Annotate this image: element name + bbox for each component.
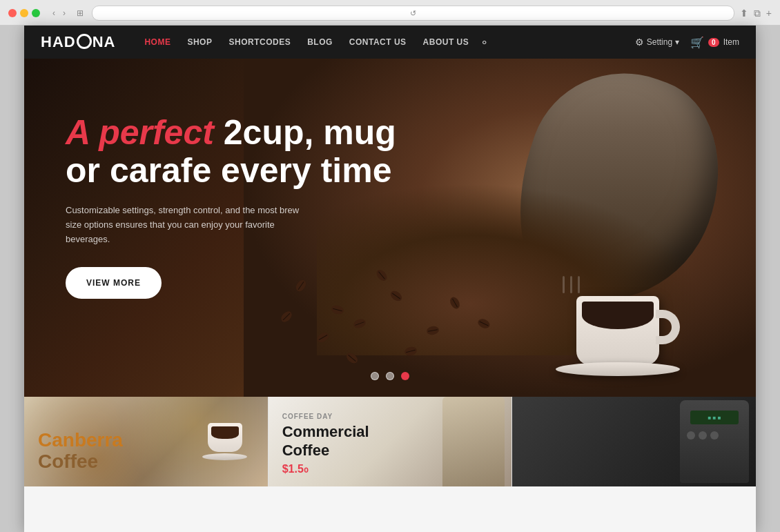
nav-item-blog[interactable]: BLOG	[299, 37, 341, 47]
address-bar[interactable]: ↺	[92, 6, 734, 21]
machine-btn-2	[699, 431, 707, 440]
traffic-lights	[8, 9, 40, 17]
card-2-subtitle: COFFEE DAY	[282, 413, 369, 420]
machine-buttons	[687, 431, 742, 440]
machine-btn-1	[687, 431, 695, 440]
slide-dot-3[interactable]	[401, 372, 409, 380]
chevron-down-icon: ▾	[675, 37, 679, 47]
maximize-button[interactable]	[32, 9, 40, 17]
slider-dots	[371, 372, 409, 380]
card-1-cup	[208, 423, 242, 452]
hero-subtitle: Customizable settings, strength control,…	[66, 204, 307, 246]
hero-section: A perfect 2cup, mugor carafe every time …	[24, 59, 756, 397]
card-1-saucer	[202, 453, 247, 460]
nav-links: HOME SHOP SHORTCODES BLOG CONTACT US ABO…	[136, 36, 634, 49]
product-card-2[interactable]: COFFEE DAY Commercial Coffee $1.5₀	[269, 397, 513, 486]
cup-handle	[656, 310, 680, 344]
browser-nav-arrows: ‹ ›	[50, 7, 68, 19]
steam-1	[563, 276, 565, 293]
nav-item-shop[interactable]: SHOP	[179, 37, 220, 47]
card-1-title: Canberra Coffee	[38, 430, 123, 473]
back-arrow[interactable]: ‹	[50, 7, 58, 19]
new-tab-icon[interactable]: ⧉	[754, 8, 761, 19]
logo[interactable]: HAD NA	[41, 33, 115, 51]
products-section: Canberra Coffee COFFEE DAY Commercial Co…	[24, 397, 756, 532]
steam-3	[578, 276, 580, 293]
coffee-machine: ■ ■ ■	[680, 400, 749, 483]
machine-display: ■ ■ ■	[708, 415, 721, 421]
view-more-button[interactable]: VIEW MORE	[66, 267, 162, 299]
nav-item-about[interactable]: ABOUT US	[415, 37, 478, 47]
card-1-text: Canberra Coffee	[38, 430, 123, 473]
nav-item-home[interactable]: HOME	[136, 37, 179, 47]
search-icon[interactable]: ⚬	[480, 36, 489, 49]
cart-badge: 0	[708, 38, 719, 47]
logo-had: HAD	[41, 33, 76, 51]
saucer	[556, 362, 680, 376]
card-2-machine	[442, 397, 505, 486]
product-card-3[interactable]: ■ ■ ■	[512, 397, 756, 486]
add-tab-icon[interactable]: +	[766, 8, 772, 19]
navbar: HAD NA HOME SHOP SHORTCODES BLOG CONTACT…	[24, 26, 756, 59]
product-card-1[interactable]: Canberra Coffee	[24, 397, 269, 486]
cart-label: Item	[723, 37, 739, 47]
cart-icon: 🛒	[690, 36, 704, 49]
browser-actions: ⬆ ⧉ +	[740, 8, 772, 19]
card-2-price: $1.5₀	[282, 462, 369, 475]
share-icon[interactable]: ⬆	[740, 8, 748, 19]
gear-icon: ⚙	[635, 37, 644, 48]
steam-2	[570, 276, 572, 293]
card-2-content: COFFEE DAY Commercial Coffee $1.5₀	[282, 413, 369, 475]
hero-content: A perfect 2cup, mugor carafe every time …	[66, 114, 396, 299]
logo-o-circle	[77, 34, 92, 49]
card-2-title: Commercial Coffee	[282, 423, 369, 460]
nav-item-contact[interactable]: CONTACT US	[341, 37, 415, 47]
close-button[interactable]	[8, 9, 17, 17]
cart-button[interactable]: 🛒 0 Item	[690, 36, 739, 49]
card-1-title-line2: Coffee	[38, 451, 98, 472]
setting-label: Setting	[647, 37, 672, 47]
steam-lines	[563, 276, 580, 293]
minimize-button[interactable]	[20, 9, 28, 17]
slide-dot-1[interactable]	[371, 372, 379, 380]
slide-dot-2[interactable]	[386, 372, 394, 380]
nav-right: ⚙ Setting ▾ 🛒 0 Item	[635, 36, 739, 49]
hero-title: A perfect 2cup, mugor carafe every time	[66, 114, 396, 190]
site-window: HAD NA HOME SHOP SHORTCODES BLOG CONTACT…	[24, 26, 756, 532]
card-1-title-line1: Canberra	[38, 429, 123, 451]
forward-arrow[interactable]: ›	[60, 7, 68, 19]
nav-item-shortcodes[interactable]: SHORTCODES	[220, 37, 299, 47]
coffee-cup-area	[549, 224, 687, 376]
hero-title-accent: A perfect	[66, 113, 214, 152]
setting-menu[interactable]: ⚙ Setting ▾	[635, 37, 679, 48]
address-text: ↺	[410, 9, 416, 18]
logo-na: NA	[92, 33, 116, 51]
tab-bar-toggle[interactable]: ⊞	[74, 7, 86, 19]
cup	[576, 296, 659, 365]
browser-chrome: ‹ › ⊞ ↺ ⬆ ⧉ +	[0, 0, 780, 26]
machine-screen: ■ ■ ■	[690, 411, 739, 424]
machine-btn-3	[710, 431, 719, 440]
